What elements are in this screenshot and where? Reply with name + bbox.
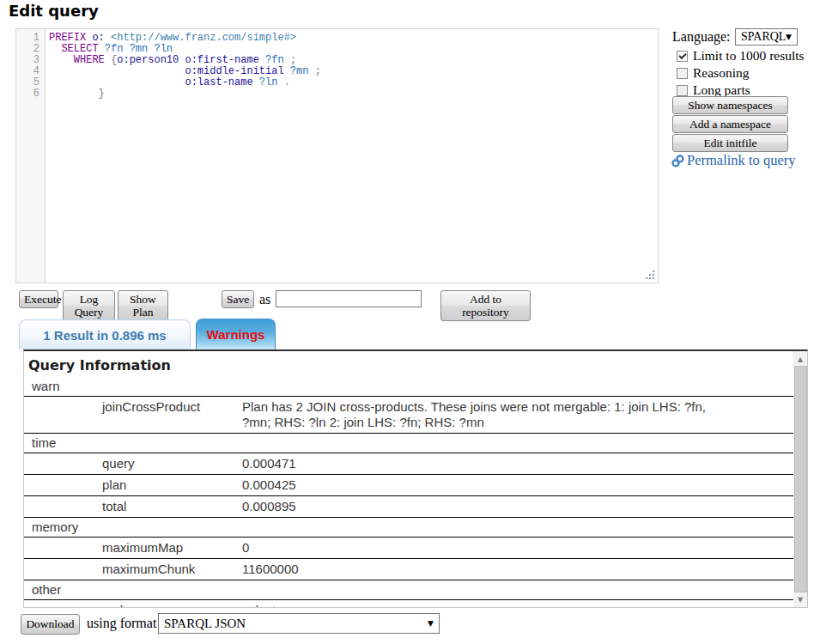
tab-warnings[interactable]: Warnings <box>196 319 276 349</box>
editor-gutter: 123456 <box>16 29 46 283</box>
item-row-query: query0.000471 <box>24 453 793 475</box>
language-select[interactable]: SPARQL ▼ <box>735 28 798 46</box>
checkbox-long-parts[interactable] <box>677 85 688 96</box>
execute-button[interactable]: Execute <box>19 290 58 308</box>
item-name: query <box>102 456 242 471</box>
permalink-label: Permalink to query <box>687 152 795 169</box>
checkbox-label: Limit to 1000 results <box>693 48 805 64</box>
edit-initfile-button[interactable]: Edit initfile <box>672 134 788 152</box>
chevron-down-icon: ▼ <box>428 619 434 628</box>
vertical-scrollbar[interactable]: ▲ ▼ <box>793 351 807 607</box>
language-label: Language: <box>672 29 731 45</box>
item-value: Plan has 2 JOIN cross-products. These jo… <box>242 399 710 430</box>
query-editor[interactable]: 123456 PREFIX o: <http://www.franz.com/s… <box>15 28 659 283</box>
results-panel: Query Information warnjoinCrossProductPl… <box>23 349 808 608</box>
permalink-link[interactable]: Permalink to query <box>671 152 795 169</box>
page-title: Edit query <box>9 2 99 20</box>
add-to-repository-button[interactable]: Add to repository <box>440 290 531 321</box>
item-row-total: total0.000895 <box>24 496 793 518</box>
show-plan-button[interactable]: Show Plan <box>118 290 168 321</box>
results-tab-bar: 1 Result in 0.896 msWarnings <box>19 319 276 349</box>
line-number: 2 <box>16 44 45 55</box>
item-value: 0.000425 <box>242 477 710 493</box>
using-format-label: using format <box>87 616 156 631</box>
item-name: total <box>102 499 242 514</box>
link-icon <box>671 154 685 168</box>
item-row-maximumchunk: maximumChunk11600000 <box>24 559 793 580</box>
language-select-value: SPARQL <box>741 30 786 44</box>
namespace-button-group: Show namespacesAdd a namespaceEdit initf… <box>672 96 788 153</box>
line-number: 3 <box>16 55 45 66</box>
item-name: verb <box>102 603 242 607</box>
tab-1-result-in-0-896-ms[interactable]: 1 Result in 0.896 ms <box>19 319 191 349</box>
section-row-time: time <box>24 434 793 453</box>
download-button[interactable]: Download <box>21 614 80 635</box>
line-number: 5 <box>16 77 45 88</box>
item-value: 11600000 <box>242 562 710 577</box>
item-value: select <box>242 603 710 607</box>
item-name: joinCrossProduct <box>102 399 242 430</box>
line-number: 1 <box>16 33 45 44</box>
save-as-label: as <box>259 292 270 307</box>
section-row-other: other <box>24 580 793 600</box>
scroll-up-icon[interactable]: ▲ <box>793 352 807 366</box>
checkbox-row-limit-to-1000-results: Limit to 1000 results <box>677 47 805 64</box>
query-information-table: Query Information warnjoinCrossProductPl… <box>24 351 793 607</box>
item-name: maximumChunk <box>102 562 242 577</box>
resize-grip-icon[interactable] <box>645 270 655 280</box>
item-row-maximummap: maximumMap0 <box>24 538 793 559</box>
item-value: 0.000471 <box>242 456 710 471</box>
format-select-value: SPARQL JSON <box>164 617 246 631</box>
section-row-warn: warn <box>24 377 793 397</box>
code-line: o:last-name ?ln . <box>49 77 658 88</box>
chevron-down-icon: ▼ <box>786 33 792 41</box>
item-value: 0.000895 <box>242 499 710 514</box>
item-row-plan: plan0.000425 <box>24 475 793 496</box>
item-name: maximumMap <box>102 540 242 556</box>
query-info-rows: warnjoinCrossProductPlan has 2 JOIN cros… <box>24 377 793 607</box>
item-row-verb: verbselect <box>24 600 793 607</box>
log-query-button[interactable]: Log Query <box>63 290 115 321</box>
item-row-joincrossproduct: joinCrossProductPlan has 2 JOIN cross-pr… <box>24 397 793 434</box>
format-select[interactable]: SPARQL JSON ▼ <box>158 613 440 634</box>
checkbox-reasoning[interactable] <box>677 68 688 79</box>
line-number: 6 <box>16 88 45 100</box>
options-checkbox-group: Limit to 1000 resultsReasoningLong parts <box>677 47 805 99</box>
checkbox-limit-to-1000-results[interactable] <box>677 51 688 62</box>
show-namespaces-button[interactable]: Show namespaces <box>672 96 788 114</box>
checkbox-label: Reasoning <box>693 65 749 81</box>
query-info-heading: Query Information <box>28 357 793 374</box>
save-name-input[interactable] <box>276 290 422 307</box>
item-value: 0 <box>242 540 710 556</box>
line-number: 4 <box>16 66 45 77</box>
section-row-memory: memory <box>24 518 793 538</box>
scrollbar-thumb[interactable] <box>794 366 807 592</box>
scroll-down-icon[interactable]: ▼ <box>793 592 807 606</box>
editor-code[interactable]: PREFIX o: <http://www.franz.com/simple#>… <box>46 29 658 283</box>
item-name: plan <box>102 477 242 493</box>
checkbox-row-reasoning: Reasoning <box>677 64 805 82</box>
add-a-namespace-button[interactable]: Add a namespace <box>672 115 788 133</box>
code-line: } <box>49 88 658 100</box>
save-button[interactable]: Save <box>222 290 254 308</box>
